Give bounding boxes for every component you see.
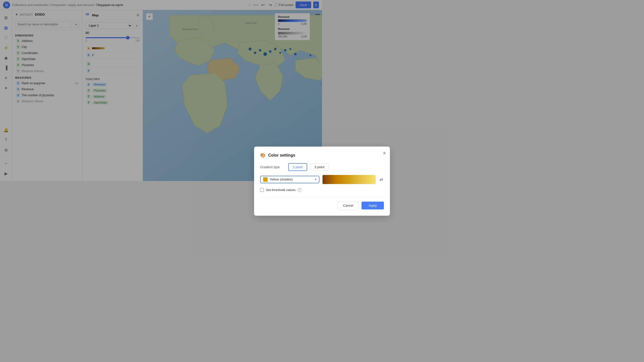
color-swatch	[263, 177, 268, 181]
gradient-type-row: Gradient type 2 point 3 point	[260, 163, 322, 171]
color-settings-modal: 🎨 Color settings × Gradient type 2 point…	[254, 147, 322, 181]
modal-title: Color settings	[268, 153, 295, 158]
color-scheme-row: Yellow (shades) ▾ ⇄	[260, 175, 322, 181]
gradient-type-label: Gradient type	[260, 165, 285, 169]
modal-overlay: 🎨 Color settings × Gradient type 2 point…	[0, 0, 322, 181]
color-scheme-label: Yellow (shades)	[270, 177, 313, 181]
color-scheme-select[interactable]: Yellow (shades) ▾	[260, 176, 319, 181]
palette-icon: 🎨	[260, 153, 266, 158]
gradient-2point-button[interactable]: 2 point	[288, 163, 307, 171]
color-select-chevron-icon: ▾	[315, 178, 316, 181]
gradient-3point-button[interactable]: 3 point	[310, 163, 322, 171]
modal-header: 🎨 Color settings	[260, 153, 322, 158]
